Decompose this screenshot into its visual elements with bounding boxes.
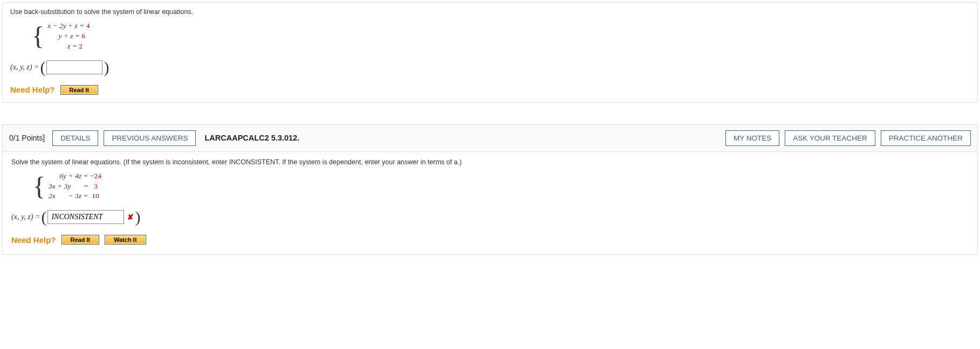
left-brace-icon: { bbox=[33, 173, 45, 199]
eq1-rhs: 4 bbox=[86, 22, 90, 30]
instruction-text: Use back-substitution to solve the syste… bbox=[10, 8, 970, 16]
need-help-label: Need Help? bbox=[11, 235, 56, 245]
question-reference: LARCAAPCALC2 5.3.012. bbox=[201, 134, 299, 142]
eq2-lhs: 3x + 3y = bbox=[49, 182, 94, 190]
my-notes-button[interactable]: MY NOTES bbox=[725, 130, 779, 146]
help-row: Need Help? Read It bbox=[10, 85, 970, 95]
left-paren-icon: ( bbox=[40, 59, 45, 75]
question-1-panel: Use back-substitution to solve the syste… bbox=[2, 2, 978, 103]
need-help-label: Need Help? bbox=[10, 85, 55, 94]
eq1-rhs: −24 bbox=[90, 172, 101, 180]
answer-label: (x, y, z) = bbox=[10, 63, 39, 72]
points-label: 0/1 Points] bbox=[9, 134, 47, 142]
ask-your-teacher-button[interactable]: ASK YOUR TEACHER bbox=[785, 130, 875, 146]
left-brace-icon: { bbox=[32, 23, 44, 49]
details-button[interactable]: DETAILS bbox=[52, 130, 98, 146]
practice-another-button[interactable]: PRACTICE ANOTHER bbox=[881, 130, 971, 146]
eq2-rhs: 3 bbox=[94, 182, 98, 190]
watch-it-button[interactable]: Watch It bbox=[105, 235, 146, 245]
right-paren-icon: ) bbox=[135, 209, 140, 225]
left-paren-icon: ( bbox=[41, 209, 46, 225]
question-body: Solve the system of linear equations. (I… bbox=[3, 152, 977, 255]
question-header: 0/1 Points] DETAILS PREVIOUS ANSWERS LAR… bbox=[3, 125, 977, 152]
help-row: Need Help? Read It Watch It bbox=[11, 235, 969, 245]
answer-line: (x, y, z) = ( ) bbox=[10, 59, 970, 75]
equation-system: { 6y + 4z = −24 3x + 3y = 3 2x − 3z = 10 bbox=[33, 171, 101, 202]
answer-input[interactable] bbox=[46, 60, 102, 74]
equation-system: { x − 2y + z = 4 y + z = 6 z = 2 bbox=[32, 21, 90, 52]
question-2-panel: 0/1 Points] DETAILS PREVIOUS ANSWERS LAR… bbox=[2, 124, 978, 255]
right-paren-icon: ) bbox=[104, 59, 109, 75]
equations: 6y + 4z = −24 3x + 3y = 3 2x − 3z = 10 bbox=[49, 171, 101, 202]
eq2-lhs: y + z = bbox=[58, 32, 81, 40]
answer-input[interactable] bbox=[47, 210, 124, 224]
read-it-button[interactable]: Read It bbox=[60, 85, 99, 95]
eq3-rhs: 2 bbox=[79, 42, 83, 50]
eq2-rhs: 6 bbox=[81, 32, 85, 40]
read-it-button[interactable]: Read It bbox=[61, 235, 100, 245]
instruction-text: Solve the system of linear equations. (I… bbox=[11, 158, 969, 166]
eq1-lhs: 6y + 4z = bbox=[49, 172, 90, 180]
eq3-lhs: z = bbox=[67, 42, 79, 50]
eq1-lhs: x − 2y + z = bbox=[47, 22, 86, 30]
eq3-rhs: 10 bbox=[92, 192, 99, 200]
equations: x − 2y + z = 4 y + z = 6 z = 2 bbox=[47, 21, 90, 52]
eq3-lhs: 2x − 3z = bbox=[49, 192, 92, 200]
answer-line: (x, y, z) = ( ✘ ) bbox=[11, 209, 969, 225]
answer-label: (x, y, z) = bbox=[11, 213, 40, 221]
previous-answers-button[interactable]: PREVIOUS ANSWERS bbox=[104, 130, 196, 146]
wrong-icon: ✘ bbox=[127, 213, 134, 222]
